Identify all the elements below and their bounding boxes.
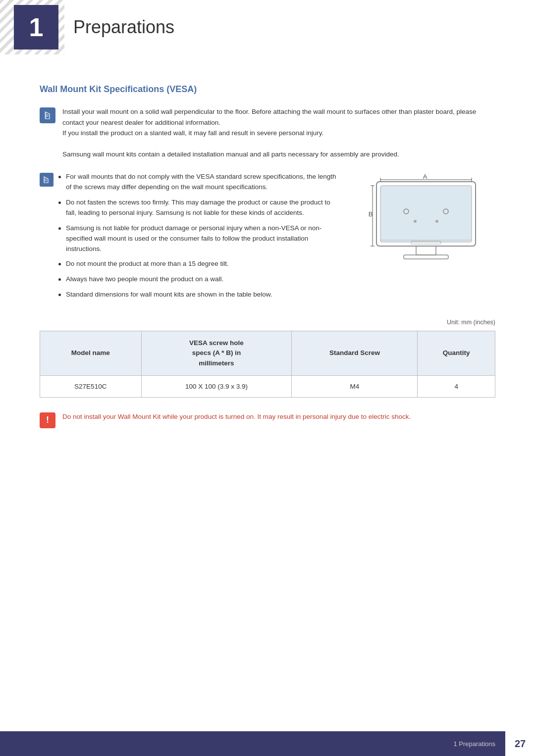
bullet-text-2: Samsung is not liable for product damage… [66,223,342,254]
bullet-text-5: Standard dimensions for wall mount kits … [66,290,272,300]
table-row: S27E510C 100 X 100 (3.9 x 3.9) M4 4 [40,375,495,397]
monitor-diagram-svg: A B [362,172,490,271]
svg-rect-6 [380,186,472,242]
svg-text:A: A [423,173,428,180]
page-footer: 1 Preparations 27 [0,731,535,756]
bullet-item-3: Do not mount the product at more than a … [58,259,342,269]
chapter-number: 1 [29,14,44,40]
bullet-list-col: For wall mounts that do not comply with … [40,172,357,307]
svg-rect-7 [416,246,436,255]
col-header-screw: Standard Screw [292,331,418,376]
bullet-dot-0 [58,176,61,178]
note-icon-1 [40,107,55,123]
bullet-text-0: For wall mounts that do not comply with … [66,172,342,193]
chapter-title: Preparations [73,17,174,38]
table-header-row: Model name VESA screw holespecs (A * B) … [40,331,495,376]
bullet-item-0: For wall mounts that do not comply with … [58,172,342,193]
bullet-item-4: Always have two people mount the product… [58,274,342,285]
bullet-text-1: Do not fasten the screws too firmly. Thi… [66,198,342,218]
col-header-qty: Quantity [418,331,495,376]
bullet-text-3: Do not mount the product at more than a … [66,259,229,269]
bullet-item-5: Standard dimensions for wall mount kits … [58,290,342,300]
svg-rect-8 [404,255,448,259]
monitor-diagram-col: A B [357,172,495,271]
note-block-1: Install your wall mount on a solid wall … [40,106,495,160]
warning-icon: ! [40,412,55,428]
bullet-text-4: Always have two people mount the product… [66,274,223,285]
note-text-1: Install your wall mount on a solid wall … [62,106,495,160]
page-header: 1 Preparations [0,0,535,54]
warning-block: ! Do not install your Wall Mount Kit whi… [40,411,495,428]
unit-text: Unit: mm (inches) [40,319,495,326]
cell-qty: 4 [418,375,495,397]
warning-text: Do not install your Wall Mount Kit while… [62,411,411,422]
specs-table: Model name VESA screw holespecs (A * B) … [40,331,495,398]
bullet-icon-row: For wall mounts that do not comply with … [40,172,342,305]
bullet-dot-4 [58,278,61,281]
svg-point-20 [414,220,417,223]
bullet-dot-1 [58,202,61,204]
bullet-item-1: Do not fasten the screws too firmly. Thi… [58,198,342,218]
cell-model: S27E510C [40,375,142,397]
bullet-note-icon [40,173,54,187]
bullet-dot-5 [58,294,61,296]
bullet-item-2: Samsung is not liable for product damage… [58,223,342,254]
section-title: Wall Mount Kit Specifications (VESA) [40,84,495,95]
chapter-number-block: 1 [14,5,58,50]
bullet-diagram-row: For wall mounts that do not comply with … [40,172,495,307]
main-content: Wall Mount Kit Specifications (VESA) Ins… [0,54,535,458]
svg-text:B: B [369,210,373,218]
footer-label: 1 Preparations [453,740,505,748]
bullet-dot-3 [58,263,61,265]
col-header-vesa: VESA screw holespecs (A * B) inmillimete… [141,331,292,376]
cell-screw: M4 [292,375,418,397]
svg-point-21 [435,220,438,223]
cell-vesa: 100 X 100 (3.9 x 3.9) [141,375,292,397]
bullet-items: For wall mounts that do not comply with … [58,172,342,305]
bullet-dot-2 [58,227,61,230]
footer-page-number: 27 [505,731,535,756]
col-header-model: Model name [40,331,142,376]
